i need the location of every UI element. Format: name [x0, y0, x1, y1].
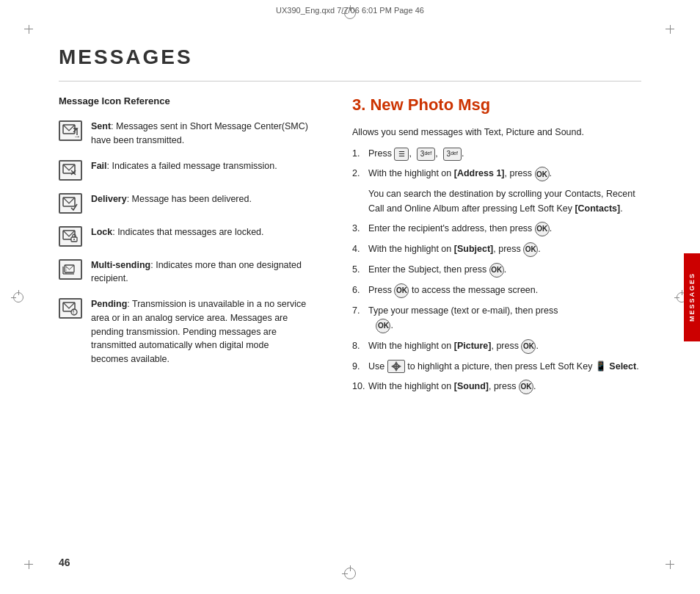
page-title: MESSAGES	[59, 46, 193, 69]
nav-btn	[387, 360, 405, 373]
icon-fail-label: Fail	[91, 161, 107, 171]
step-3: 3. Enter the recipient's address, then p…	[352, 222, 646, 236]
icon-item-delivery: Delivery: Message has been delivered.	[59, 192, 308, 214]
step-2: 2. With the highlight on [Address 1], pr…	[352, 167, 646, 181]
step-9-content: Use to highlight a picture, then press L…	[368, 360, 646, 374]
title-divider	[59, 81, 641, 82]
step-10-num: 10.	[352, 380, 365, 394]
icon-multi	[59, 259, 82, 280]
step-6-content: Press OK to access the message screen.	[368, 283, 646, 298]
step-6-num: 6.	[352, 283, 365, 298]
icon-item-multi: Multi-sending: Indicates more than one d…	[59, 258, 308, 286]
svg-point-14	[71, 309, 77, 315]
icon-sent-text: Sent: Messages sent in Short Message Cen…	[91, 120, 308, 148]
icon-pending-label: Pending	[91, 299, 127, 309]
ok-btn-8: OK	[521, 339, 536, 354]
step-1-num: 1.	[352, 147, 365, 161]
step-4-num: 4.	[352, 242, 365, 257]
crosshair-bottom	[344, 568, 356, 579]
icon-pending-text: Pending: Transmission is unavailable in …	[91, 297, 308, 366]
step-4: 4. With the highlight on [Subject], pres…	[352, 242, 646, 257]
file-info-bar: UX390_Eng.qxd 7/7/06 6:01 PM Page 46	[0, 6, 700, 15]
step-5-num: 5.	[352, 263, 365, 278]
svg-point-8	[73, 239, 75, 240]
step-7-num: 7.	[352, 304, 365, 333]
ok-btn-5: OK	[489, 263, 504, 278]
icon-lock-label: Lock	[91, 227, 112, 237]
corner-mark-br	[663, 557, 678, 572]
step-2-sub: You can search the destination by scroll…	[368, 187, 646, 216]
svg-rect-16	[73, 314, 74, 314]
icon-sent	[59, 120, 82, 141]
multi-icon-svg	[62, 262, 79, 277]
step-9-num: 9.	[352, 360, 365, 374]
side-tab: MESSAGES	[684, 253, 700, 341]
icon-delivery-text: Delivery: Message has been delivered.	[91, 192, 308, 206]
icon-item-sent: Sent: Messages sent in Short Message Cen…	[59, 120, 308, 148]
pending-icon-svg	[62, 301, 79, 316]
right-section-title: 3. New Photo Msg	[352, 95, 646, 115]
step-7: 7. Type your message (text or e-mail), t…	[352, 304, 646, 333]
file-info-text: UX390_Eng.qxd 7/7/06 6:01 PM Page 46	[276, 6, 424, 15]
step-3-content: Enter the recipient's address, then pres…	[368, 222, 646, 236]
side-tab-label: MESSAGES	[688, 272, 696, 322]
fail-icon-svg	[62, 163, 79, 178]
step-5-content: Enter the Subject, then press OK.	[368, 263, 646, 278]
step-3-num: 3.	[352, 222, 365, 236]
icon-item-fail: Fail: Indicates a failed message transmi…	[59, 159, 308, 181]
right-column: 3. New Photo Msg Allows you send message…	[352, 95, 646, 400]
icon-item-lock: Lock: Indicates that messages are locked…	[59, 225, 308, 247]
step-7-content: Type your message (text or e-mail), then…	[368, 304, 646, 333]
step-8-content: With the highlight on [Picture], press O…	[368, 339, 646, 354]
menu-btn: ☰	[394, 148, 409, 161]
icon-delivery	[59, 193, 82, 214]
3def-btn-1: 3def	[417, 148, 435, 161]
step-1-content: Press ☰, 3def, 3def.	[368, 147, 646, 161]
ok-btn-2: OK	[535, 167, 550, 181]
ok-btn-7: OK	[376, 319, 390, 333]
delivery-icon-svg	[62, 196, 79, 211]
icon-pending	[59, 298, 82, 319]
icon-item-pending: Pending: Transmission is unavailable in …	[59, 297, 308, 366]
svg-point-21	[395, 365, 398, 368]
right-intro: Allows you send messages with Text, Pict…	[352, 125, 646, 140]
icon-multi-text: Multi-sending: Indicates more than one d…	[91, 258, 308, 286]
corner-mark-bl	[22, 557, 37, 572]
icon-delivery-label: Delivery	[91, 194, 127, 204]
icon-sent-label: Sent	[91, 121, 111, 131]
lock-icon-svg	[62, 229, 79, 244]
nav-icon-svg	[390, 361, 402, 372]
step-6: 6. Press OK to access the message screen…	[352, 283, 646, 298]
page-number: 46	[59, 557, 70, 568]
step-10-content: With the highlight on [Sound], press OK.	[368, 380, 646, 394]
step-8-num: 8.	[352, 339, 365, 354]
step-2-content: With the highlight on [Address 1], press…	[368, 167, 646, 181]
sent-icon-svg	[62, 123, 79, 138]
step-2-num: 2.	[352, 167, 365, 181]
left-section-title: Message Icon Reference	[59, 95, 308, 106]
step-8: 8. With the highlight on [Picture], pres…	[352, 339, 646, 354]
step-5: 5. Enter the Subject, then press OK.	[352, 263, 646, 278]
svg-rect-15	[73, 310, 74, 313]
corner-mark-tl	[22, 22, 37, 37]
svg-marker-20	[398, 364, 401, 369]
ok-btn-3: OK	[535, 222, 550, 236]
step-1: 1. Press ☰, 3def, 3def.	[352, 147, 646, 161]
step-9: 9. Use to highlight a picture, then pres…	[352, 360, 646, 374]
icon-multi-label: Multi-sending	[91, 260, 150, 270]
icon-lock-text: Lock: Indicates that messages are locked…	[91, 225, 308, 239]
step-10: 10. With the highlight on [Sound], press…	[352, 380, 646, 394]
icon-fail-text: Fail: Indicates a failed message transmi…	[91, 159, 308, 173]
ok-btn-10: OK	[519, 380, 533, 394]
icon-fail	[59, 160, 82, 181]
corner-mark-tr	[663, 22, 678, 37]
icon-lock	[59, 226, 82, 247]
step-4-content: With the highlight on [Subject], press O…	[368, 242, 646, 257]
3def-btn-2: 3def	[443, 148, 462, 161]
ok-btn-4: OK	[523, 242, 538, 257]
ok-btn-6: OK	[394, 283, 409, 298]
svg-marker-19	[391, 364, 395, 369]
left-column: Message Icon Reference Sent: Messages se…	[59, 95, 308, 378]
crosshair-left	[13, 292, 23, 303]
